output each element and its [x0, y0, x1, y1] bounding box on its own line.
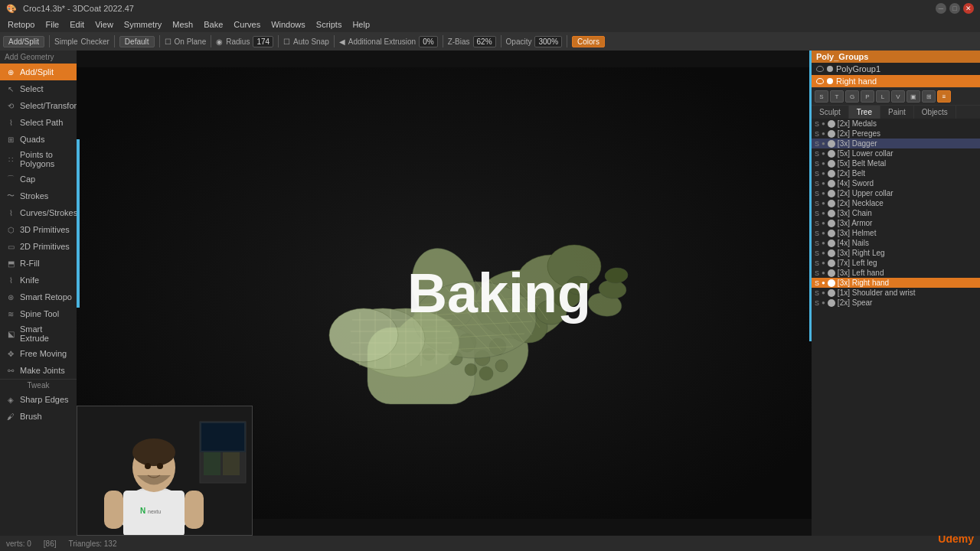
brush-icon: 🖌: [5, 410, 17, 422]
default-button[interactable]: Default: [119, 36, 155, 47]
viewport[interactable]: Baking N: [77, 51, 812, 536]
tool-3d-primitives[interactable]: ⬡ 3D Primitives: [0, 221, 77, 238]
list-item[interactable]: S ● [1x] Shoulder and wrist: [812, 288, 980, 298]
3d-primitives-icon: ⬡: [5, 223, 17, 236]
tool-r-fill[interactable]: ⬒ R-Fill: [0, 255, 77, 272]
add-geometry-section: Add Geometry: [0, 51, 77, 64]
plus-grid-icon[interactable]: ⊞: [922, 90, 936, 103]
close-button[interactable]: ✕: [963, 3, 974, 14]
menu-help[interactable]: Help: [348, 19, 374, 30]
opacity-value[interactable]: 300%: [534, 36, 562, 47]
layer-icon[interactable]: L: [876, 90, 890, 103]
menu-bake[interactable]: Bake: [199, 19, 227, 30]
group-icon[interactable]: G: [845, 90, 859, 103]
list-item[interactable]: S ● [4x] Sword: [812, 178, 980, 188]
statusbar: verts: 0 [86] Triangles: 132 Udemy: [0, 536, 980, 551]
menubar: Retopo File Edit View Symmetry Mesh Bake…: [0, 17, 980, 32]
tool-make-joints[interactable]: ⚯ Make Joints: [0, 362, 77, 379]
polygroup1-item[interactable]: PolyGroup1: [812, 63, 980, 75]
list-item[interactable]: S ● [2x] Necklace: [812, 198, 980, 208]
list-item[interactable]: S ● [5x] Belt Metal: [812, 158, 980, 168]
menu-windows[interactable]: Windows: [266, 19, 310, 30]
list-item[interactable]: S ● [3x] Helmet: [812, 228, 980, 238]
menu-file[interactable]: File: [41, 19, 64, 30]
list-item[interactable]: S ● [2x] Pereges: [812, 129, 980, 139]
curves-strokes-icon: ⌇: [5, 207, 17, 219]
list-item[interactable]: S ● [3x] Armor: [812, 218, 980, 228]
quads-icon: ⊞: [5, 133, 17, 145]
tool-cap[interactable]: ⌒ Cap: [0, 171, 77, 187]
strokes-icon: 〜: [5, 190, 17, 202]
tool-2d-primitives[interactable]: ▭ 2D Primitives: [0, 238, 77, 255]
2d-primitives-icon: ▭: [5, 240, 17, 253]
menu-edit[interactable]: Edit: [65, 19, 89, 30]
tab-sculpt[interactable]: Sculpt: [812, 106, 849, 119]
auto-snap-checkbox[interactable]: ☐: [283, 37, 290, 46]
tool-points-to-polygons[interactable]: ∷ Points to Polygons: [0, 148, 77, 171]
list-item-dagger[interactable]: S ● [3x] Dagger: [812, 139, 980, 148]
add-split-button[interactable]: Add/Split: [3, 36, 44, 47]
list-item[interactable]: S ● [2x] Spear: [812, 298, 980, 308]
list-icon[interactable]: ≡: [937, 90, 951, 103]
menu-retopo[interactable]: Retopo: [3, 19, 39, 30]
menu-view[interactable]: View: [90, 19, 118, 30]
svg-point-19: [479, 367, 493, 380]
tool-sharp-edges[interactable]: ◈ Sharp Edges: [0, 391, 77, 408]
points-to-polygons-icon: ∷: [5, 153, 17, 165]
list-item[interactable]: S ● [2x] Medals: [812, 119, 980, 129]
menu-curves[interactable]: Curves: [229, 19, 265, 30]
tool-select-path[interactable]: ⌇ Select Path: [0, 114, 77, 131]
list-item-chain[interactable]: S ● [3x] Chain: [812, 208, 980, 218]
tool-brush[interactable]: 🖌 Brush: [0, 408, 77, 425]
maximize-button[interactable]: □: [949, 3, 960, 14]
tool-spine-tool[interactable]: ≋ Spine Tool: [0, 305, 77, 322]
list-item[interactable]: S ● [7x] Left leg: [812, 258, 980, 268]
colors-button[interactable]: Colors: [572, 36, 605, 47]
tab-paint[interactable]: Paint: [880, 106, 914, 119]
on-plane-text: On Plane: [175, 37, 207, 46]
minimize-button[interactable]: ─: [936, 3, 946, 14]
polygroup1-eye[interactable]: [816, 66, 824, 72]
grid-icon[interactable]: ▣: [906, 90, 920, 103]
tab-objects[interactable]: Objects: [914, 106, 956, 119]
right-hand-group-item[interactable]: Right hand: [812, 75, 980, 87]
tool-select-transform[interactable]: ⟲ Select/Transform: [0, 97, 77, 114]
list-item-right-hand[interactable]: S ● [3x] Right hand: [812, 278, 980, 288]
list-item[interactable]: S ● [3x] Left hand: [812, 268, 980, 278]
tool-smart-retopo[interactable]: ⊛ Smart Retopo: [0, 289, 77, 305]
list-item[interactable]: S ● [5x] Lower collar: [812, 148, 980, 158]
tool-free-moving[interactable]: ✥ Free Moving: [0, 345, 77, 362]
menu-scripts[interactable]: Scripts: [312, 19, 347, 30]
sep3: [159, 35, 160, 47]
tool-add-split[interactable]: ⊕ Add/Split: [0, 64, 77, 80]
menu-symmetry[interactable]: Symmetry: [119, 19, 167, 30]
tool-smart-extrude[interactable]: ⬕ Smart Extrude: [0, 322, 77, 345]
z-bias-value[interactable]: 62%: [473, 36, 496, 47]
right-hand-eye[interactable]: [816, 78, 824, 84]
svg-rect-53: [204, 452, 220, 475]
list-item[interactable]: S ● [3x] Right Leg: [812, 248, 980, 258]
list-item[interactable]: S ● [2x] Upper collar: [812, 188, 980, 198]
list-item[interactable]: S ● [4x] Nails: [812, 238, 980, 248]
tool-strokes[interactable]: 〜 Strokes: [0, 187, 77, 204]
tab-tree[interactable]: Tree: [849, 106, 880, 119]
sculpt-mode-icon[interactable]: S: [815, 90, 828, 103]
tool-quads[interactable]: ⊞ Quads: [0, 131, 77, 148]
radius-value[interactable]: 174: [253, 36, 273, 47]
menu-mesh[interactable]: Mesh: [168, 19, 198, 30]
transform-icon[interactable]: T: [830, 90, 844, 103]
sep6: [334, 35, 335, 47]
spine-tool-icon: ≋: [5, 308, 17, 320]
view-icon[interactable]: V: [891, 90, 905, 103]
window-controls[interactable]: ─ □ ✕: [936, 3, 974, 14]
extrusion-value[interactable]: 0%: [419, 36, 437, 47]
paint-icon[interactable]: P: [861, 90, 874, 103]
list-item[interactable]: S ● [2x] Belt: [812, 168, 980, 178]
on-plane-label: ☐: [165, 37, 172, 46]
svg-rect-65: [104, 491, 123, 529]
svg-text:nextu: nextu: [148, 509, 161, 514]
tool-curves-strokes[interactable]: ⌇ Curves/Strokes: [0, 204, 77, 221]
tool-knife[interactable]: ⌇ Knife: [0, 272, 77, 289]
tool-select[interactable]: ↖ Select: [0, 80, 77, 97]
svg-point-38: [329, 308, 398, 362]
